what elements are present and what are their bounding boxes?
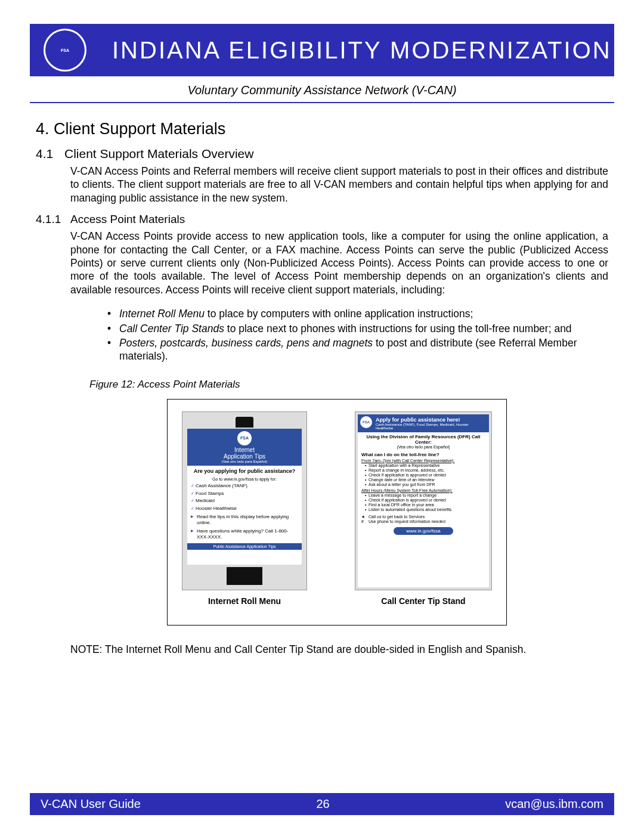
card2-item: Start application with a Representative — [365, 463, 485, 467]
page-title: INDIANA ELIGIBILITY MODERNIZATION — [112, 37, 612, 64]
card2-title-text: Apply for public assistance here! — [376, 417, 487, 423]
photo-caption: Call Center Tip Stand — [381, 596, 465, 606]
subsubsection-number: 4.1.1 — [36, 213, 70, 226]
subsubsection-body: V-CAN Access Points provide access to ne… — [70, 230, 608, 296]
subsection-body: V-CAN Access Points and Referral members… — [70, 165, 608, 205]
bullet-rest: to place by computers with online applic… — [205, 308, 473, 320]
seal-icon: FSA — [360, 416, 372, 428]
footer-page-number: 26 — [316, 797, 329, 811]
bullet-rest: to place next to phones with instruction… — [224, 323, 572, 335]
card-tip: Read the tips in this display before app… — [191, 514, 298, 527]
bullet-lead: Call Center Tip Stands — [119, 323, 224, 335]
card2-item: Listen to automated questions about bene… — [365, 507, 485, 512]
card2-item: Change date or time of an interview — [365, 478, 485, 482]
card-footer: Public Assistance Application Tips — [187, 543, 302, 550]
header-bar: FSA INDIANA ELIGIBILITY MODERNIZATION — [30, 24, 614, 76]
card2-question: What can I do on the toll-free line? — [358, 451, 489, 459]
photo-caption: Internet Roll Menu — [208, 596, 281, 606]
card2-item: Check if application is approved or deni… — [365, 473, 485, 477]
card2-item: Check if application is approved or deni… — [365, 498, 485, 502]
card2-item: Ask about a letter you got from DFR — [365, 482, 485, 487]
card2-item: Report a change in income, address, etc. — [365, 468, 485, 472]
figure-box: FSA Internet Application Tips (Vea otro … — [167, 399, 507, 625]
card2-lead2: After Hours (Menu System Toll-Free Autom… — [358, 488, 489, 493]
card2-link: www.in.gov/fssa — [394, 527, 453, 535]
note-text: NOTE: The Internet Roll Menu and Call Ce… — [70, 643, 608, 656]
page-subtitle: Voluntary Community Assistance Network (… — [30, 76, 614, 103]
card2-list: Start application with a Representative … — [358, 463, 489, 488]
seal-center-label: FSA — [61, 48, 69, 52]
subsection-number: 4.1 — [36, 147, 64, 161]
list-item: Call Center Tip Stands to place next to … — [107, 322, 608, 335]
card-item: Cash Assistance (TANF) — [191, 483, 298, 489]
figure-photo-2: FSA Apply for public assistance here! Ca… — [355, 411, 492, 619]
subsubsection-heading: 4.1.1Access Point Materials — [36, 213, 608, 226]
card-goto: Go to www.in.gov/fssa to apply for: — [191, 476, 298, 482]
subsection-heading: 4.1Client Support Materials Overview — [36, 147, 608, 161]
card2-list: Leave a message to report a change Check… — [358, 493, 489, 513]
subsection-title: Client Support Materials Overview — [64, 147, 253, 160]
card2-note: Call us to get back to Services — [369, 515, 425, 519]
page-footer: V-CAN User Guide 26 vcan@us.ibm.com — [30, 793, 614, 815]
bullet-lead: Internet Roll Menu — [119, 308, 205, 320]
card2-item: Find a local DFR office in your area — [365, 503, 485, 507]
footer-left: V-CAN User Guide — [41, 797, 141, 811]
subsubsection-title: Access Point Materials — [70, 213, 185, 225]
card-header-sub: (Vea otro lado para Español) — [188, 460, 301, 463]
card-item: Hoosier Healthwise — [191, 506, 298, 512]
card-item: Food Stamps — [191, 491, 298, 497]
card-item: Medicaid — [191, 498, 298, 504]
card-question: Are you applying for public assistance? — [191, 468, 298, 475]
card2-lead: From 7am–7pm (with Call Center Represent… — [358, 459, 489, 463]
card2-sub: Using the Division of Family Resources (… — [366, 434, 480, 445]
footer-email: vcan@us.ibm.com — [505, 797, 603, 811]
seal-icon: FSA — [237, 431, 252, 445]
card-header-line2: Application Tips — [188, 453, 301, 460]
card2-note: Use phone to request information needed — [369, 519, 445, 524]
section-heading: 4. Client Support Materials — [36, 120, 608, 138]
card-header-line1: Internet — [188, 447, 301, 453]
list-item: Internet Roll Menu to place by computers… — [107, 307, 608, 320]
figure-caption: Figure 12: Access Point Materials — [89, 379, 608, 391]
card2-item: Leave a message to report a change — [365, 493, 485, 497]
card-tip: Have questions while applying? Call 1-80… — [191, 528, 298, 541]
bullet-list: Internet Roll Menu to place by computers… — [107, 307, 608, 363]
agency-seal-icon: FSA — [42, 27, 88, 73]
bullet-lead: Posters, postcards, business cards, pens… — [119, 337, 373, 349]
figure-photo-1: FSA Internet Application Tips (Vea otro … — [182, 411, 307, 619]
list-item: Posters, postcards, business cards, pens… — [107, 336, 608, 363]
card2-sub-small: (Vea otro lado para Español) — [360, 445, 487, 449]
card2-title-sub: Cash Assistance (TANF), Food Stamps, Med… — [376, 423, 487, 430]
